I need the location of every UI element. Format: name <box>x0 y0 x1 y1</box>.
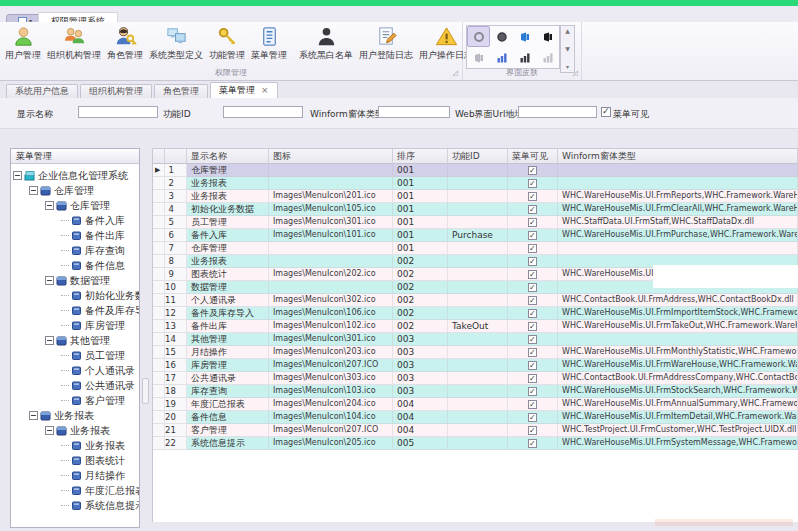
column-header[interactable] <box>153 149 165 164</box>
menu-visible-checkbox[interactable] <box>528 335 537 344</box>
menu-visible-checkbox[interactable] <box>601 107 611 117</box>
dialog-launcher-icon[interactable]: ◿ <box>453 70 458 77</box>
column-header[interactable]: 排序 <box>393 149 448 164</box>
tab-role-management[interactable]: 角色管理 <box>154 84 208 98</box>
user-management-button[interactable]: 用户管理 <box>2 23 44 62</box>
login-log-button[interactable]: 用户登陆日志 <box>356 23 416 62</box>
skin-3-item[interactable] <box>513 26 536 47</box>
menu-visible-checkbox[interactable] <box>528 218 537 227</box>
collapse-icon[interactable] <box>45 336 54 345</box>
splitter-handle[interactable] <box>142 378 149 404</box>
table-row[interactable]: 11个人通讯录Images\MenuIcon\302.ico002WHC.Con… <box>153 294 798 307</box>
menu-visible-checkbox[interactable] <box>528 374 537 383</box>
table-row[interactable]: 4初始化业务数据Images\MenuIcon\105.ico001WHC.Wa… <box>153 203 798 216</box>
scroll-down-icon[interactable]: ▼ <box>565 46 570 52</box>
black-white-list-button[interactable]: 系统黑白名单 <box>296 23 356 62</box>
skin-gallery-scrollbar[interactable]: ▲ ▼ ▾ <box>560 25 575 73</box>
menu-visible-checkbox[interactable] <box>528 283 537 292</box>
skin-5-item[interactable] <box>467 47 490 68</box>
table-row[interactable]: 20备件信息Images\MenuIcon\104.ico004WHC.Ware… <box>153 411 798 424</box>
table-row[interactable]: 2业务报表001 <box>153 177 798 190</box>
column-header[interactable]: 菜单可见 <box>508 149 558 164</box>
menu-visible-checkbox[interactable] <box>528 192 537 201</box>
system-type-define-button[interactable]: 系统类型定义 <box>146 23 206 62</box>
tree-node[interactable]: 系统信息提示 <box>11 498 139 513</box>
tree-node[interactable]: 企业信息化管理系统 <box>11 168 139 183</box>
winform-type-input[interactable] <box>378 106 450 118</box>
column-header[interactable]: 显示名称 <box>187 149 269 164</box>
function-management-button[interactable]: 功能管理 <box>206 23 248 62</box>
skin-2-item[interactable] <box>490 26 513 47</box>
table-row[interactable]: 7仓库管理001 <box>153 242 798 255</box>
menu-visible-checkbox[interactable] <box>528 387 537 396</box>
column-header[interactable]: 功能ID <box>448 149 508 164</box>
skin-4-item[interactable] <box>536 26 559 47</box>
table-row[interactable]: 21客户管理Images\MenuIcon\207.ICO004WHC.Test… <box>153 424 798 437</box>
menu-visible-checkbox[interactable] <box>528 270 537 279</box>
menu-visible-checkbox[interactable] <box>528 413 537 422</box>
menu-visible-checkbox[interactable] <box>528 179 537 188</box>
table-row[interactable]: 17公共通讯录Images\MenuIcon\303.ico003WHC.Con… <box>153 372 798 385</box>
tab-org-management[interactable]: 组织机构管理 <box>80 84 152 98</box>
org-management-button[interactable]: 组织机构管理 <box>44 23 104 62</box>
menu-visible-checkbox[interactable] <box>528 244 537 253</box>
cell-icon-path <box>269 281 393 294</box>
menu-visible-checkbox[interactable] <box>528 205 537 214</box>
tree-node[interactable]: 客户管理 <box>11 393 139 408</box>
table-row[interactable]: 12备件及库存导入Images\MenuIcon\106.ico002WHC.W… <box>153 307 798 320</box>
menu-visible-checkbox[interactable] <box>528 309 537 318</box>
tree-node[interactable]: 库房管理 <box>11 318 139 333</box>
menu-visible-checkbox[interactable] <box>528 426 537 435</box>
collapse-icon[interactable] <box>13 171 22 180</box>
table-row[interactable]: 3业务报表Images\MenuIcon\201.ico001WHC.WareH… <box>153 190 798 203</box>
collapse-icon[interactable] <box>45 276 54 285</box>
tab-menu-management[interactable]: 菜单管理× <box>210 82 278 98</box>
collapse-icon[interactable] <box>45 426 54 435</box>
cell-sort: 002 <box>393 268 448 281</box>
skin-7-item[interactable] <box>513 47 536 68</box>
collapse-icon[interactable] <box>45 201 54 210</box>
table-row[interactable]: ▶1仓库管理001 <box>153 164 798 177</box>
close-icon[interactable]: × <box>261 86 269 95</box>
table-row[interactable]: 14其他管理Images\MenuIcon\301.ico003 <box>153 333 798 346</box>
table-row[interactable]: 16库房管理Images\MenuIcon\207.ICO003WHC.Ware… <box>153 359 798 372</box>
collapse-icon[interactable] <box>29 411 38 420</box>
skin-8-item[interactable] <box>536 47 559 68</box>
function-id-input[interactable] <box>223 106 303 118</box>
table-row[interactable]: 15月结操作Images\MenuIcon\203.ico003WHC.Ware… <box>153 346 798 359</box>
menu-visible-checkbox[interactable] <box>528 439 537 448</box>
menu-visible-checkbox[interactable] <box>528 322 537 331</box>
column-header[interactable]: 图标 <box>269 149 393 164</box>
tree-node[interactable]: 仓库管理 <box>11 183 139 198</box>
column-header[interactable] <box>165 149 187 164</box>
cell-display-name: 客户管理 <box>187 424 269 437</box>
cell-icon-path: Images\MenuIcon\204.ico <box>269 398 393 411</box>
menu-visible-checkbox[interactable] <box>528 231 537 240</box>
table-row[interactable]: 19年度汇总报表Images\MenuIcon\204.ico004WHC.Wa… <box>153 398 798 411</box>
table-row[interactable]: 13备件出库Images\MenuIcon\102.ico002TakeOutW… <box>153 320 798 333</box>
collapse-icon[interactable] <box>29 186 38 195</box>
web-url-input[interactable] <box>518 106 597 118</box>
dialog-launcher-icon[interactable]: ◿ <box>573 70 578 77</box>
tab-system-user-info[interactable]: 系统用户信息 <box>6 84 78 98</box>
table-row[interactable]: 22系统信息提示Images\MenuIcon\205.ico005WHC.Wa… <box>153 437 798 450</box>
menu-management-button[interactable]: 菜单管理 <box>248 23 290 62</box>
tree-node[interactable]: 业务报表 <box>11 408 139 423</box>
role-management-button[interactable]: 角色管理 <box>104 23 146 62</box>
display-name-input[interactable] <box>78 106 158 118</box>
skin-6-item[interactable] <box>490 47 513 68</box>
scroll-up-icon[interactable]: ▲ <box>565 28 570 34</box>
menu-visible-checkbox[interactable] <box>528 400 537 409</box>
menu-visible-checkbox[interactable] <box>528 361 537 370</box>
menu-visible-checkbox[interactable] <box>528 257 537 266</box>
menu-visible-checkbox[interactable] <box>528 166 537 175</box>
cell-winform-type: WHC.WareHouseMis.UI.FrmAnnualSummary,WHC… <box>558 398 798 411</box>
menu-visible-checkbox[interactable] <box>528 348 537 357</box>
table-row[interactable]: 6备件入库Images\MenuIcon\101.ico001PurchaseW… <box>153 229 798 242</box>
column-header[interactable]: Winform窗体类型 <box>558 149 798 164</box>
table-row[interactable]: 18库存查询Images\MenuIcon\103.ico003WHC.Ware… <box>153 385 798 398</box>
table-row[interactable]: 5员工管理Images\MenuIcon\301.ico001WHC.Staff… <box>153 216 798 229</box>
tree-node[interactable]: 备件信息 <box>11 258 139 273</box>
skin-1-item[interactable] <box>467 26 490 47</box>
menu-visible-checkbox[interactable] <box>528 296 537 305</box>
